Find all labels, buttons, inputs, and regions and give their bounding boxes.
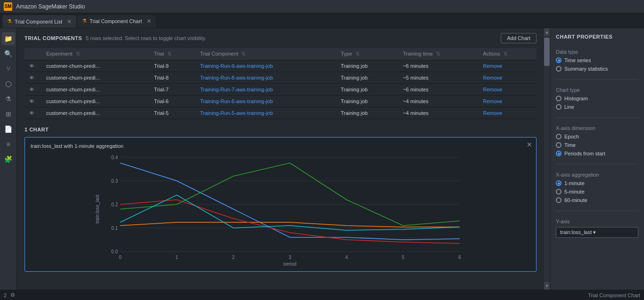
sidebar-icon-list[interactable]: ≡ (2, 138, 15, 151)
tab-label-chart: Trial Component Chart (90, 18, 142, 24)
component-link[interactable]: Training-Run-9-aws-training-job (200, 63, 272, 69)
vertical-scrollbar[interactable]: ▲ ▼ (544, 28, 550, 290)
radio-circle-60-minute[interactable] (556, 197, 561, 203)
sidebar-icon-page[interactable]: 📄 (2, 122, 15, 136)
remove-link[interactable]: Remove (483, 87, 502, 92)
sidebar-icon-git[interactable]: ⑂ (2, 62, 15, 75)
component-link[interactable]: Training-Run-5-aws-training-job (200, 110, 272, 116)
sidebar-icon-search[interactable]: 🔍 (2, 47, 15, 60)
radio-5-minute[interactable]: 5-minute (556, 189, 638, 195)
data-type-section: Data type Time series Summary statistics (556, 49, 638, 72)
remove-link[interactable]: Remove (483, 110, 502, 116)
x-axis-agg-radio-group: 1-minute 5-minute 60-minute (556, 180, 638, 203)
divider-1 (556, 79, 638, 80)
action-cell: Remove (478, 72, 537, 84)
tab-trial-component-chart[interactable]: ⚗ Trial Component Chart ✕ (77, 15, 157, 28)
radio-circle-epoch[interactable] (556, 134, 561, 139)
radio-label-time: Time (564, 142, 576, 148)
divider-3 (556, 164, 638, 164)
x-axis-dim-section: X-axis dimension Epoch Time Periods from… (556, 125, 638, 156)
radio-epoch[interactable]: Epoch (556, 134, 638, 139)
y-axis-dropdown[interactable]: train:loss_last ▾ (556, 227, 638, 238)
col-header-experiment[interactable]: Experiment ⇅ (41, 48, 149, 60)
chart-title: train:loss_last with 1-minute aggregatio… (31, 143, 530, 149)
y-axis-section: Y-axis train:loss_last ▾ (556, 219, 638, 238)
sidebar-icon-extensions[interactable]: 🧩 (2, 153, 15, 166)
tab-label-list: Trial Component List (15, 19, 62, 24)
radio-circle-1-minute[interactable] (556, 180, 561, 186)
experiment-cell: customer-churn-predi... (41, 96, 149, 107)
remove-link[interactable]: Remove (483, 75, 502, 81)
radio-circle-time-series[interactable] (556, 57, 561, 63)
experiment-cell: customer-churn-predi... (41, 84, 149, 96)
radio-time[interactable]: Time (556, 142, 638, 148)
component-link[interactable]: Training-Run-7-aws-training-job (200, 87, 272, 92)
radio-circle-summary-statistics[interactable] (556, 66, 561, 72)
col-header-component[interactable]: Trial Component ⇅ (195, 48, 336, 60)
add-chart-button[interactable]: Add Chart (501, 33, 537, 43)
remove-link[interactable]: Remove (483, 98, 502, 104)
svg-text:5: 5 (402, 255, 405, 260)
remove-link[interactable]: Remove (483, 63, 502, 69)
svg-text:6: 6 (458, 255, 461, 260)
radio-circle-line[interactable] (556, 104, 561, 110)
radio-histogram[interactable]: Histogram (556, 96, 638, 101)
radio-line[interactable]: Line (556, 104, 638, 110)
visibility-icon[interactable]: 👁 (29, 87, 34, 92)
type-cell: Training job (336, 84, 398, 96)
radio-time-series[interactable]: Time series (556, 57, 638, 63)
svg-text:2: 2 (232, 255, 235, 260)
col-header-trial[interactable]: Trial ⇅ (149, 48, 196, 60)
radio-60-minute[interactable]: 60-minute (556, 197, 638, 203)
x-axis-agg-section: X-axis aggregation 1-minute 5-minute 60-… (556, 172, 638, 203)
svg-text:0.4: 0.4 (111, 155, 118, 160)
radio-summary-statistics[interactable]: Summary statistics (556, 66, 638, 72)
left-sidebar: 📁 🔍 ⑂ ⬡ ⚗ ⊞ 📄 ≡ 🧩 (0, 28, 17, 290)
sidebar-icon-beaker[interactable]: ⚗ (2, 92, 15, 105)
statusbar-num: 2 (4, 292, 7, 298)
scroll-thumb[interactable] (544, 38, 550, 66)
radio-label-1-minute: 1-minute (564, 180, 585, 186)
radio-circle-5-minute[interactable] (556, 189, 561, 195)
component-link[interactable]: Training-Run-8-aws-training-job (200, 75, 272, 81)
sidebar-icon-folder[interactable]: 📁 (2, 32, 15, 45)
sort-icon-type: ⇅ (355, 51, 360, 57)
radio-circle-periods-from-start[interactable] (556, 151, 561, 156)
action-cell: Remove (478, 60, 537, 72)
statusbar-gear-icon[interactable]: ⚙ (10, 292, 15, 298)
scroll-track[interactable] (544, 36, 550, 282)
section-header-left: TRIAL COMPONENTS 5 rows selected. Select… (25, 35, 206, 41)
col-header-type[interactable]: Type ⇅ (336, 48, 398, 60)
sidebar-icon-experiment[interactable]: ⬡ (2, 77, 15, 90)
content-area: TRIAL COMPONENTS 5 rows selected. Select… (17, 28, 644, 290)
tab-close-list[interactable]: ✕ (67, 18, 72, 25)
visibility-icon[interactable]: 👁 (29, 63, 34, 69)
tab-close-chart[interactable]: ✕ (147, 18, 151, 24)
radio-periods-from-start[interactable]: Periods from start (556, 151, 638, 156)
chart-close-button[interactable]: ✕ (527, 141, 532, 148)
sidebar-icon-grid[interactable]: ⊞ (2, 107, 15, 121)
scroll-up-button[interactable]: ▲ (544, 28, 550, 36)
visibility-icon[interactable]: 👁 (29, 98, 34, 104)
radio-1-minute[interactable]: 1-minute (556, 180, 638, 186)
main-layout: 📁 🔍 ⑂ ⬡ ⚗ ⊞ 📄 ≡ 🧩 TRIAL COMPONENTS 5 row… (0, 28, 644, 290)
tab-trial-component-list[interactable]: ⚗ Trial Component List ✕ (2, 15, 77, 28)
eye-cell: 👁 (25, 96, 41, 107)
col-header-actions[interactable]: Actions ⇅ (478, 48, 537, 60)
radio-label-60-minute: 60-minute (564, 197, 587, 203)
data-type-radio-group: Time series Summary statistics (556, 57, 638, 72)
eye-cell: 👁 (25, 107, 41, 119)
radio-circle-time[interactable] (556, 142, 561, 148)
chart-type-section: Chart type Histogram Line (556, 87, 638, 110)
component-link[interactable]: Training-Run-6-aws-training-job (200, 98, 272, 104)
svg-text:0.2: 0.2 (111, 202, 118, 207)
radio-label-line: Line (564, 104, 574, 110)
col-header-eye (25, 48, 41, 60)
col-header-training-time[interactable]: Training time ⇅ (398, 48, 479, 60)
component-cell: Training-Run-7-aws-training-job (195, 84, 336, 96)
visibility-icon[interactable]: 👁 (29, 75, 34, 81)
visibility-icon[interactable]: 👁 (29, 110, 34, 116)
scroll-down-button[interactable]: ▼ (544, 282, 550, 290)
section-title: TRIAL COMPONENTS (25, 35, 82, 41)
radio-circle-histogram[interactable] (556, 96, 561, 101)
